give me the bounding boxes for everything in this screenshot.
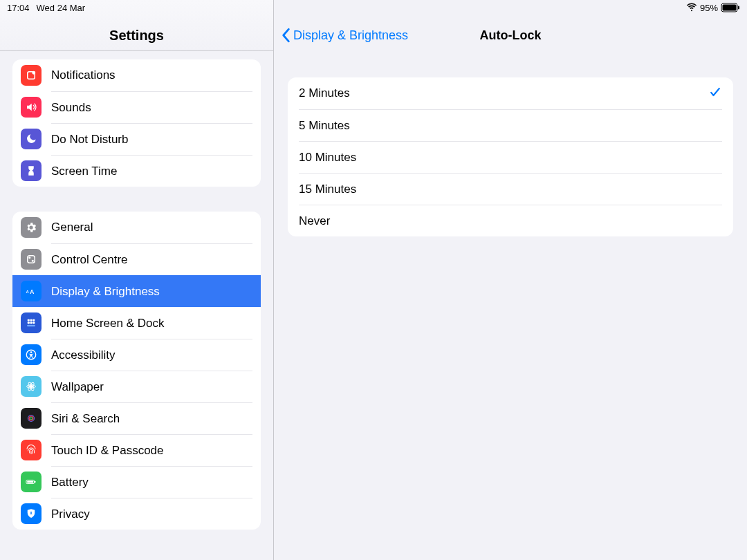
svg-rect-10 [28,319,30,321]
svg-rect-29 [35,481,35,483]
sidebar-item-siri-search[interactable]: Siri & Search [12,402,261,434]
accessibility-icon [21,344,42,365]
battery-icon [721,3,740,12]
option-label: Never [299,214,330,228]
svg-text:A: A [26,290,29,294]
svg-rect-15 [33,322,35,324]
privacy-icon [21,503,42,524]
svg-rect-16 [27,325,35,326]
back-button[interactable]: Display & Brightness [281,28,408,43]
svg-rect-2 [738,6,739,10]
sidebar-item-label: Home Screen & Dock [51,317,164,330]
svg-rect-14 [30,322,33,324]
detail-pane: Display & Brightness Auto-Lock 2 Minutes… [274,0,747,560]
sidebar-item-label: Display & Brightness [51,285,160,299]
battery-percent: 95% [700,3,718,13]
battery-icon [21,472,42,492]
sidebar-group-2: General Control Centre AA Display & Brig… [12,212,261,530]
option-label: 2 Minutes [299,86,350,100]
sidebar-item-do-not-disturb[interactable]: Do Not Disturb [12,123,261,155]
sidebar-item-home-screen-dock[interactable]: Home Screen & Dock [12,307,261,339]
option-2-minutes[interactable]: 2 Minutes [288,77,733,109]
sidebar-item-touch-id-passcode[interactable]: Touch ID & Passcode [12,434,261,466]
notifications-icon [21,65,42,86]
svg-rect-12 [33,319,35,321]
dnd-icon [21,129,42,149]
option-15-minutes[interactable]: 15 Minutes [288,173,733,205]
home-screen-icon [21,312,42,333]
sidebar-item-display-brightness[interactable]: AA Display & Brightness [12,275,261,307]
sidebar-item-label: Sounds [51,101,91,115]
sidebar-item-label: Touch ID & Passcode [51,444,164,458]
option-label: 10 Minutes [299,151,356,165]
svg-point-4 [32,71,35,75]
sidebar-item-privacy[interactable]: Privacy [12,498,261,530]
checkmark-icon [708,85,722,102]
option-label: 15 Minutes [299,183,356,196]
option-label: 5 Minutes [299,119,350,133]
svg-rect-5 [28,256,35,263]
svg-rect-1 [723,5,737,11]
svg-point-18 [30,351,33,353]
status-bar: 17:04 Wed 24 Mar 95% [0,0,747,15]
sidebar-item-general[interactable]: General [12,212,261,243]
sidebar-item-control-centre[interactable]: Control Centre [12,243,261,275]
sidebar-title: Settings [109,28,164,44]
sidebar-group-1: Notifications Sounds Do Not Disturb [12,59,261,187]
wifi-icon [686,1,697,15]
sidebar-item-accessibility[interactable]: Accessibility [12,339,261,371]
back-label: Display & Brightness [293,28,408,43]
svg-point-6 [28,256,30,259]
chevron-left-icon [281,28,290,43]
auto-lock-options: 2 Minutes 5 Minutes 10 Minutes 15 Minute… [288,77,733,236]
status-date: Wed 24 Mar [37,3,86,13]
sidebar-item-label: Accessibility [51,348,116,362]
siri-icon [21,408,42,429]
general-icon [21,217,42,238]
svg-rect-28 [27,481,33,483]
sidebar-item-label: Battery [51,476,89,489]
display-brightness-icon: AA [21,281,42,301]
option-5-minutes[interactable]: 5 Minutes [288,109,733,141]
sidebar-item-label: Do Not Disturb [51,133,128,147]
status-time: 17:04 [7,3,30,13]
option-never[interactable]: Never [288,205,733,236]
sidebar-item-label: Notifications [51,68,116,82]
svg-rect-11 [30,319,33,321]
sidebar-item-sounds[interactable]: Sounds [12,91,261,123]
sidebar-item-wallpaper[interactable]: Wallpaper [12,371,261,402]
control-centre-icon [21,249,42,270]
wallpaper-icon [21,376,42,397]
sidebar-item-label: Control Centre [51,253,128,267]
sidebar-item-screen-time[interactable]: Screen Time [12,155,261,187]
svg-rect-13 [28,322,30,324]
sounds-icon [21,97,42,118]
svg-point-19 [30,385,33,389]
touch-id-icon [21,440,42,460]
sidebar-item-label: Wallpaper [51,380,104,394]
sidebar-item-label: Screen Time [51,165,117,178]
sidebar-item-battery[interactable]: Battery [12,466,261,498]
settings-sidebar: Settings Notifications Sounds [0,0,274,560]
sidebar-item-notifications[interactable]: Notifications [12,59,261,91]
screen-time-icon [21,160,42,181]
option-10-minutes[interactable]: 10 Minutes [288,141,733,173]
sidebar-item-label: Privacy [51,507,90,521]
svg-text:A: A [30,288,34,295]
sidebar-item-label: General [51,221,93,234]
sidebar-item-label: Siri & Search [51,412,120,426]
svg-point-7 [32,260,34,262]
